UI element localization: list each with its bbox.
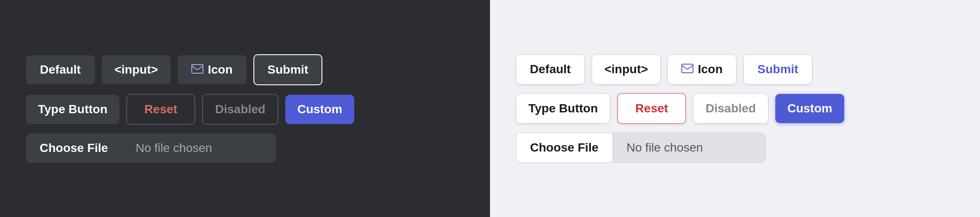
light-typebutton-button[interactable]: Type Button	[516, 93, 610, 124]
dark-submit-button[interactable]: Submit	[253, 54, 322, 85]
envelope-icon-light	[681, 62, 693, 76]
light-submit-label: Submit	[758, 62, 799, 76]
light-typebutton-label: Type Button	[528, 102, 598, 115]
light-reset-button[interactable]: Reset	[617, 93, 686, 124]
dark-icon-button[interactable]: Icon	[178, 55, 247, 84]
light-panel: Default <input> Icon Submit Type Button …	[490, 0, 980, 217]
light-reset-label: Reset	[635, 102, 668, 115]
light-custom-button[interactable]: Custom	[775, 94, 844, 123]
light-input-label: <input>	[604, 62, 648, 76]
light-submit-button[interactable]: Submit	[743, 54, 812, 84]
dark-default-button[interactable]: Default	[26, 55, 95, 84]
light-disabled-button[interactable]: Disabled	[693, 93, 768, 124]
light-row-1: Default <input> Icon Submit	[516, 54, 812, 84]
light-custom-label: Custom	[787, 102, 832, 115]
dark-reset-label: Reset	[144, 102, 177, 116]
dark-disabled-label: Disabled	[215, 102, 265, 116]
dark-choose-file-label: Choose File	[40, 141, 108, 155]
light-row-2: Type Button Reset Disabled Custom	[516, 93, 844, 124]
dark-default-label: Default	[40, 63, 81, 77]
svg-rect-0	[192, 65, 203, 73]
dark-typebutton-button[interactable]: Type Button	[26, 95, 119, 124]
light-choose-file-button[interactable]: Choose File	[516, 133, 613, 162]
light-icon-label: Icon	[698, 62, 723, 76]
dark-panel: Default <input> Icon Submit Type Button …	[0, 0, 490, 217]
light-icon-button[interactable]: Icon	[668, 54, 737, 84]
dark-row-1: Default <input> Icon Submit	[26, 54, 322, 85]
dark-submit-label: Submit	[268, 63, 309, 77]
light-file-input: Choose File No file chosen	[516, 133, 766, 163]
light-choose-file-label: Choose File	[530, 141, 599, 154]
dark-disabled-button[interactable]: Disabled	[202, 94, 278, 125]
light-default-label: Default	[530, 62, 571, 76]
dark-custom-button[interactable]: Custom	[285, 95, 354, 124]
dark-typebutton-label: Type Button	[38, 102, 107, 116]
dark-choose-file-button[interactable]: Choose File	[26, 133, 122, 163]
dark-file-input: Choose File No file chosen	[26, 133, 276, 163]
light-disabled-label: Disabled	[705, 102, 756, 115]
dark-input-label: <input>	[114, 63, 158, 77]
light-input-button[interactable]: <input>	[592, 54, 661, 84]
svg-rect-1	[682, 64, 693, 73]
dark-input-button[interactable]: <input>	[102, 55, 171, 84]
dark-row-2: Type Button Reset Disabled Custom	[26, 94, 354, 125]
dark-reset-button[interactable]: Reset	[126, 94, 195, 125]
envelope-icon-dark	[191, 63, 203, 77]
light-no-file-text: No file chosen	[613, 133, 765, 162]
dark-custom-label: Custom	[297, 102, 342, 116]
dark-no-file-text: No file chosen	[122, 133, 276, 163]
dark-icon-label: Icon	[208, 63, 233, 77]
light-default-button[interactable]: Default	[516, 54, 585, 84]
